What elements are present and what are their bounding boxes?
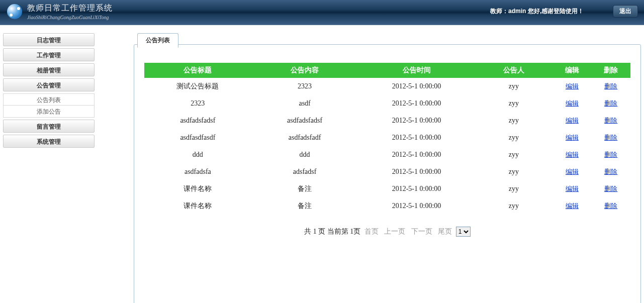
announce-table: 公告标题 公告内容 公告时间 公告人 编辑 删除 测试公告标题23232012-… bbox=[144, 63, 630, 215]
cell-author: zyy bbox=[475, 95, 553, 112]
pager-select[interactable]: 1 bbox=[456, 227, 471, 237]
cell-time: 2012-5-1 0:00:00 bbox=[358, 129, 475, 146]
delete-link[interactable]: 删除 bbox=[604, 151, 617, 158]
col-content: 公告内容 bbox=[251, 63, 358, 78]
cell-title: asdfadsfa bbox=[144, 163, 251, 180]
app-subtitle: JiaoShiRiChangGongZuoGuanLiXiTong bbox=[27, 15, 113, 20]
edit-link[interactable]: 编辑 bbox=[566, 185, 579, 192]
tab-announce-list[interactable]: 公告列表 bbox=[137, 33, 178, 48]
cell-title: asdfasdfasdf bbox=[144, 129, 251, 146]
sidebar: 日志管理 工作管理 相册管理 公告管理 公告列表 添加公告 留言管理 系统管理 bbox=[0, 33, 95, 303]
table-row: asdfadsfaadsfadsf2012-5-1 0:00:00zyy编辑删除 bbox=[144, 163, 630, 180]
cell-content: adsfadsf bbox=[251, 163, 358, 180]
cell-author: zyy bbox=[475, 197, 553, 215]
cell-time: 2012-5-1 0:00:00 bbox=[358, 180, 475, 197]
welcome-user: admin bbox=[508, 8, 526, 15]
sidebar-item-work[interactable]: 工作管理 bbox=[3, 48, 95, 61]
delete-link[interactable]: 删除 bbox=[604, 99, 617, 107]
app-title: 教师日常工作管理系统 bbox=[27, 3, 113, 14]
pager: 共 1 页 当前第 1页 首页 上一页 下一页 尾页 1 bbox=[144, 227, 630, 237]
cell-time: 2012-5-1 0:00:00 bbox=[358, 95, 475, 112]
main-area: 公告列表 公告标题 公告内容 公告时间 公告人 编辑 删除 测试公告标 bbox=[95, 33, 644, 303]
sidebar-sub-announce-add[interactable]: 添加公告 bbox=[3, 106, 95, 118]
sidebar-item-system[interactable]: 系统管理 bbox=[3, 135, 95, 148]
sidebar-item-album[interactable]: 相册管理 bbox=[3, 63, 95, 76]
col-author: 公告人 bbox=[475, 63, 553, 78]
cell-content: 备注 bbox=[251, 197, 358, 215]
pager-first: 首页 bbox=[364, 228, 379, 235]
cell-content: 2323 bbox=[251, 78, 358, 95]
cell-author: zyy bbox=[475, 129, 553, 146]
delete-link[interactable]: 删除 bbox=[604, 168, 617, 175]
share-icon bbox=[7, 4, 22, 19]
col-delete: 删除 bbox=[592, 63, 630, 78]
cell-content: asdfadsfadf bbox=[251, 129, 358, 146]
cell-time: 2012-5-1 0:00:00 bbox=[358, 146, 475, 163]
sidebar-item-message[interactable]: 留言管理 bbox=[3, 120, 95, 133]
delete-link[interactable]: 删除 bbox=[604, 117, 617, 124]
cell-author: zyy bbox=[475, 163, 553, 180]
edit-link[interactable]: 编辑 bbox=[566, 168, 579, 175]
cell-content: asdf bbox=[251, 95, 358, 112]
cell-content: ddd bbox=[251, 146, 358, 163]
edit-link[interactable]: 编辑 bbox=[566, 202, 579, 210]
table-row: asdfadsfadsfasdfadsfadsf2012-5-1 0:00:00… bbox=[144, 112, 630, 129]
pager-last: 尾页 bbox=[438, 228, 452, 235]
cell-author: zyy bbox=[475, 112, 553, 129]
cell-title: 课件名称 bbox=[144, 197, 251, 215]
table-row: 课件名称备注2012-5-1 0:00:00zyy编辑删除 bbox=[144, 180, 630, 197]
edit-link[interactable]: 编辑 bbox=[566, 134, 579, 141]
cell-author: zyy bbox=[475, 180, 553, 197]
logo-area: 教师日常工作管理系统 JiaoShiRiChangGongZuoGuanLiXi… bbox=[0, 3, 113, 20]
app-header: 教师日常工作管理系统 JiaoShiRiChangGongZuoGuanLiXi… bbox=[0, 0, 644, 25]
cell-author: zyy bbox=[475, 146, 553, 163]
edit-link[interactable]: 编辑 bbox=[566, 117, 579, 124]
delete-link[interactable]: 删除 bbox=[604, 82, 617, 90]
table-row: 测试公告标题23232012-5-1 0:00:00zyy编辑删除 bbox=[144, 78, 630, 95]
cell-author: zyy bbox=[475, 78, 553, 95]
col-edit: 编辑 bbox=[553, 63, 591, 78]
cell-title: 课件名称 bbox=[144, 180, 251, 197]
content-panel: 公告列表 公告标题 公告内容 公告时间 公告人 编辑 删除 测试公告标 bbox=[134, 44, 641, 303]
pager-next: 下一页 bbox=[411, 228, 432, 235]
cell-title: 2323 bbox=[144, 95, 251, 112]
edit-link[interactable]: 编辑 bbox=[566, 82, 579, 90]
edit-link[interactable]: 编辑 bbox=[566, 151, 579, 158]
welcome-prefix: 教师： bbox=[490, 8, 508, 15]
table-row: 课件名称备注2012-5-1 0:00:00zyy编辑删除 bbox=[144, 197, 630, 215]
sidebar-item-log[interactable]: 日志管理 bbox=[3, 33, 95, 46]
cell-content: 备注 bbox=[251, 180, 358, 197]
col-title: 公告标题 bbox=[144, 63, 251, 78]
cell-content: asdfadsfadsf bbox=[251, 112, 358, 129]
welcome-suffix: 您好,感谢登陆使用！ bbox=[528, 8, 584, 15]
cell-title: ddd bbox=[144, 146, 251, 163]
col-time: 公告时间 bbox=[358, 63, 475, 78]
pager-prev: 上一页 bbox=[384, 228, 405, 235]
cell-time: 2012-5-1 0:00:00 bbox=[358, 78, 475, 95]
cell-title: asdfadsfadsf bbox=[144, 112, 251, 129]
title-block: 教师日常工作管理系统 JiaoShiRiChangGongZuoGuanLiXi… bbox=[27, 3, 113, 20]
table-row: asdfasdfasdfasdfadsfadf2012-5-1 0:00:00z… bbox=[144, 129, 630, 146]
logout-button[interactable]: 退出 bbox=[613, 5, 638, 18]
cell-time: 2012-5-1 0:00:00 bbox=[358, 197, 475, 215]
delete-link[interactable]: 删除 bbox=[604, 185, 617, 192]
cell-title: 测试公告标题 bbox=[144, 78, 251, 95]
cell-time: 2012-5-1 0:00:00 bbox=[358, 112, 475, 129]
sidebar-sub-announce-list[interactable]: 公告列表 bbox=[3, 93, 95, 106]
edit-link[interactable]: 编辑 bbox=[566, 99, 579, 107]
delete-link[interactable]: 删除 bbox=[604, 134, 617, 141]
cell-time: 2012-5-1 0:00:00 bbox=[358, 163, 475, 180]
table-header-row: 公告标题 公告内容 公告时间 公告人 编辑 删除 bbox=[144, 63, 630, 78]
welcome-text: 教师：admin 您好,感谢登陆使用！ bbox=[490, 7, 584, 16]
pager-total: 共 1 页 当前第 1页 bbox=[304, 228, 360, 235]
table-row: 2323asdf2012-5-1 0:00:00zyy编辑删除 bbox=[144, 95, 630, 112]
sidebar-item-announce[interactable]: 公告管理 bbox=[3, 78, 95, 91]
delete-link[interactable]: 删除 bbox=[604, 202, 617, 210]
table-row: dddddd2012-5-1 0:00:00zyy编辑删除 bbox=[144, 146, 630, 163]
